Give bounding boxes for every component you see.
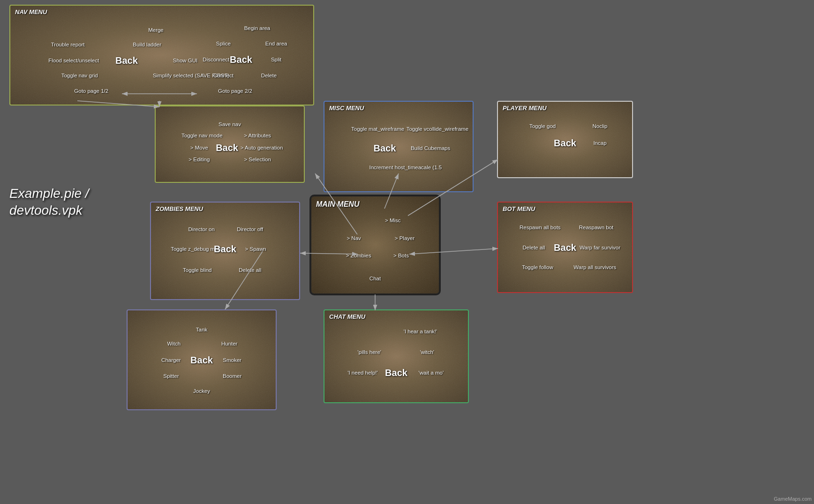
menu-item[interactable]: > Editing <box>188 157 210 162</box>
menu-item[interactable]: Back <box>554 242 576 253</box>
menu-item[interactable]: > Nav <box>347 235 361 241</box>
menu-item[interactable]: Show GUI <box>173 58 197 63</box>
menu-item[interactable]: Spitter <box>163 373 179 379</box>
menu-item[interactable]: Toggle nav mode <box>181 133 223 138</box>
menu-item[interactable]: Build Cubemaps <box>411 145 450 151</box>
nav-menu: NAV MENU MergeTrouble reportBuild ladder… <box>9 5 314 105</box>
spawn-menu: TankWitchHunterChargerBackSmokerSpitterB… <box>127 309 277 410</box>
example-line2: devtools.vpk <box>9 202 89 219</box>
menu-item[interactable]: Merge <box>148 27 164 33</box>
menu-item[interactable]: Hunter <box>221 341 238 346</box>
menu-item[interactable]: 'pills here' <box>358 349 381 355</box>
menu-item[interactable]: Toggle vcollide_wireframe <box>407 126 468 132</box>
menu-item[interactable]: Witch <box>167 341 181 346</box>
menu-item[interactable]: Reaspawn bot <box>579 225 614 230</box>
menu-item[interactable]: Delete <box>261 73 277 78</box>
menu-item[interactable]: Save nav <box>219 121 241 127</box>
menu-item[interactable]: 'witch' <box>420 349 434 355</box>
main-menu-content: > Misc> Nav> Player> Zombies> BotsChat <box>316 201 434 289</box>
misc-menu-content: Toggle mat_wireframeToggle vcollide_wire… <box>329 106 468 187</box>
menu-item[interactable]: Build ladder <box>133 42 161 47</box>
spawn-menu-content: TankWitchHunterChargerBackSmokerSpitterB… <box>132 315 271 405</box>
menu-item[interactable]: > Spawn <box>245 246 266 252</box>
menu-item[interactable]: Boomer <box>223 373 241 379</box>
menu-item[interactable]: Respawn all bots <box>520 225 561 230</box>
menu-item[interactable]: Trouble report <box>51 42 85 47</box>
menu-item[interactable]: > Misc <box>385 218 401 223</box>
menu-item[interactable]: Toggle follow <box>522 264 553 270</box>
menu-item[interactable]: Delete all <box>239 267 261 273</box>
menu-item[interactable]: Toggle blind <box>183 267 211 273</box>
menu-item[interactable]: Jockey <box>193 388 210 394</box>
menu-item[interactable]: Toggle god <box>529 123 556 129</box>
menu-item[interactable]: > Bots <box>393 253 409 258</box>
menu-item[interactable]: Flood select/unselect <box>48 58 99 63</box>
menu-item[interactable]: > Auto generation <box>241 145 283 150</box>
menu-item[interactable]: Begin area <box>244 25 271 31</box>
menu-item[interactable]: Split <box>271 57 281 62</box>
menu-item[interactable]: Back <box>554 137 576 148</box>
menu-item[interactable]: > Zombies <box>346 253 371 258</box>
menu-item[interactable]: > Player <box>395 235 415 241</box>
menu-item[interactable]: Smoker <box>223 357 241 363</box>
menu-item[interactable]: Noclip <box>592 123 607 129</box>
menu-item[interactable]: Back <box>190 354 213 365</box>
menu-item[interactable]: Back <box>230 54 252 65</box>
player-menu: PLAYER MENU Toggle godNoclipBackIncap <box>497 101 633 178</box>
menu-item[interactable]: Back <box>214 244 236 255</box>
menu-item[interactable]: 'I need help!' <box>347 370 378 376</box>
menu-item[interactable]: Tank <box>196 327 207 332</box>
main-menu: MAIN MENU > Misc> Nav> Player> Zombies> … <box>309 195 441 295</box>
menu-item[interactable]: Incap <box>593 140 606 146</box>
menu-item[interactable]: Back <box>373 143 396 153</box>
chat-menu: CHAT MENU 'I hear a tank!''pills here''w… <box>324 309 469 403</box>
menu-item[interactable]: 'I hear a tank!' <box>404 329 437 334</box>
menu-item[interactable]: Increment host_timeacale (1.5 <box>369 165 442 170</box>
menu-item[interactable]: Director on <box>188 226 215 232</box>
menu-item[interactable]: Back <box>216 142 238 153</box>
menu-item[interactable]: Back <box>385 368 407 378</box>
menu-item[interactable]: Goto page 2/2 <box>218 88 252 94</box>
zombies-menu: ZOMBIES MENU Director onDirector offTogg… <box>150 202 300 300</box>
menu-item[interactable]: > Attributes <box>244 133 271 138</box>
menu-item[interactable]: Charger <box>161 357 181 363</box>
bot-menu-content: Respawn all botsReaspawn botDelete allBa… <box>503 207 627 287</box>
nav-page2-content: Save navToggle nav mode> Attributes> Mov… <box>160 111 299 177</box>
watermark: GameMaps.com <box>774 496 812 502</box>
nav-page2-menu: Save navToggle nav mode> Attributes> Mov… <box>155 105 305 183</box>
nav-menu-content: MergeTrouble reportBuild ladderFlood sel… <box>15 10 309 100</box>
bot-menu: BOT MENU Respawn all botsReaspawn botDel… <box>497 202 633 293</box>
misc-menu: MISC MENU Toggle mat_wireframeToggle vco… <box>324 101 474 192</box>
menu-item[interactable]: > Move <box>190 145 208 150</box>
menu-item[interactable]: End area <box>265 41 287 46</box>
example-text: Example.pie / devtools.vpk <box>9 185 89 219</box>
menu-item[interactable]: > Selection <box>244 157 271 162</box>
menu-item[interactable]: Chat <box>369 276 381 281</box>
menu-item[interactable]: Back <box>115 55 138 66</box>
example-line1: Example.pie / <box>9 185 89 202</box>
menu-item[interactable]: Warp all survivors <box>573 264 616 270</box>
menu-item[interactable]: Disconnect <box>203 57 229 62</box>
menu-item[interactable]: Splice <box>216 41 231 46</box>
menu-item[interactable]: Toggle mat_wireframe <box>351 126 404 132</box>
chat-menu-content: 'I hear a tank!''pills here''witch''I ne… <box>329 315 463 398</box>
zombies-menu-content: Director onDirector offToggle z_debug mo… <box>156 207 294 294</box>
menu-item[interactable]: Connect <box>213 73 234 78</box>
menu-item[interactable]: Goto page 1/2 <box>74 88 108 94</box>
menu-item[interactable]: Warp far survivor <box>580 245 620 250</box>
menu-item[interactable]: Delete all <box>523 245 545 250</box>
menu-item[interactable]: Toggle nav grid <box>61 73 98 78</box>
menu-item[interactable]: Director off <box>237 226 263 232</box>
menu-item[interactable]: 'wait a mo' <box>419 370 444 376</box>
player-menu-content: Toggle godNoclipBackIncap <box>503 106 627 173</box>
